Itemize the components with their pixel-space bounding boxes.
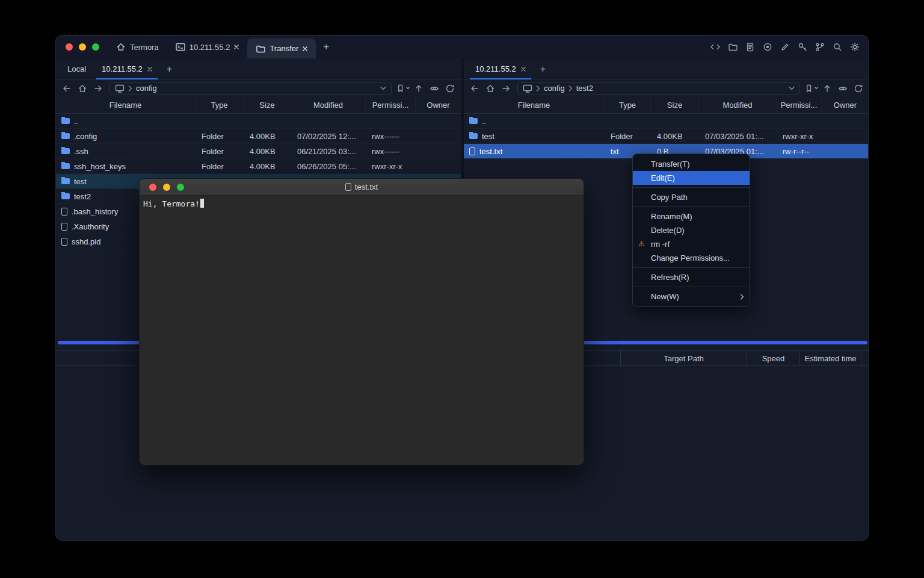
close-window-button[interactable]: [149, 184, 156, 191]
parent-directory-icon[interactable]: [820, 82, 834, 95]
tab-termora[interactable]: Termora: [108, 36, 167, 58]
refresh-icon[interactable]: [851, 82, 866, 95]
folder-icon: [61, 148, 70, 154]
new-panel-tab-button[interactable]: +: [160, 58, 179, 79]
document-icon: [345, 183, 351, 191]
path-field-left[interactable]: config: [109, 82, 392, 95]
file-permissions: rwxr-xr-x: [366, 162, 416, 171]
forward-icon[interactable]: [91, 82, 105, 95]
menu-separator: [633, 287, 750, 287]
code-icon[interactable]: [707, 40, 722, 55]
table-row[interactable]: .config Folder 4.00KB 07/02/2025 12:... …: [56, 129, 461, 144]
column-header-speed[interactable]: Speed: [747, 351, 799, 365]
report-icon[interactable]: [742, 40, 757, 55]
tab-local[interactable]: Local: [60, 58, 94, 79]
key-icon[interactable]: [795, 40, 810, 55]
close-window-button[interactable]: [66, 43, 73, 51]
tab-terminal-session[interactable]: 10.211.55.2: [167, 36, 248, 58]
menu-item-copy-path[interactable]: Copy Path: [633, 190, 750, 204]
path-segment[interactable]: test2: [576, 84, 593, 93]
menu-item-edit[interactable]: Edit(E): [633, 171, 750, 185]
column-header-owner[interactable]: Owner: [416, 97, 461, 113]
zoom-window-button[interactable]: [177, 184, 184, 191]
column-header-filename[interactable]: Filename: [56, 97, 196, 113]
file-icon: [61, 238, 67, 246]
column-header-estimated-time[interactable]: Estimated time: [799, 351, 861, 365]
column-header-size[interactable]: Size: [651, 97, 699, 113]
menu-item-new[interactable]: New(W): [633, 290, 750, 303]
folder-icon: [61, 163, 70, 169]
column-header-filename[interactable]: Filename: [464, 97, 605, 113]
minimize-window-button[interactable]: [79, 43, 86, 51]
close-tab-icon[interactable]: [234, 45, 239, 49]
column-header-modified[interactable]: Modified: [699, 97, 777, 113]
parent-directory-icon[interactable]: [411, 82, 426, 95]
menu-item-rm-rf[interactable]: ⚠ rm -rf: [633, 237, 750, 251]
column-header-permissions[interactable]: Permissi...: [366, 97, 416, 113]
edit-icon[interactable]: [777, 40, 792, 55]
column-header-type[interactable]: Type: [196, 97, 244, 113]
menu-item-rename[interactable]: Rename(M): [633, 210, 750, 223]
forward-icon[interactable]: [499, 82, 513, 95]
path-segment[interactable]: config: [544, 84, 565, 93]
path-segment[interactable]: config: [136, 84, 157, 93]
branch-icon[interactable]: [812, 40, 827, 55]
chevron-down-icon[interactable]: [380, 86, 386, 90]
close-tab-icon[interactable]: [521, 67, 526, 72]
search-icon[interactable]: [830, 40, 845, 55]
tab-transfer[interactable]: Transfer: [247, 39, 316, 58]
path-field-right[interactable]: config test2: [517, 82, 800, 95]
chevron-right-icon: [568, 85, 573, 92]
bookmark-icon[interactable]: [396, 82, 410, 95]
column-header-permissions[interactable]: Permissi...: [777, 97, 822, 113]
file-name: sshd.pid: [72, 237, 100, 246]
record-icon[interactable]: [760, 40, 775, 55]
file-modified: 06/21/2025 03:...: [291, 147, 366, 156]
chevron-down-icon[interactable]: [789, 86, 795, 90]
tab-remote-right[interactable]: 10.211.55.2: [467, 58, 534, 79]
column-header-owner[interactable]: Owner: [822, 97, 869, 113]
new-panel-tab-button[interactable]: +: [534, 58, 552, 79]
menu-item-delete[interactable]: Delete(D): [633, 223, 750, 237]
column-header-modified[interactable]: Modified: [291, 97, 366, 113]
zoom-window-button[interactable]: [92, 43, 99, 51]
home-icon[interactable]: [75, 82, 90, 95]
file-modified: 07/02/2025 12:...: [291, 132, 366, 141]
titlebar-toolbar: [707, 36, 862, 58]
new-tab-button[interactable]: +: [316, 36, 336, 58]
column-header-target-path[interactable]: Target Path: [620, 351, 747, 365]
menu-item-transfer[interactable]: Transfer(T): [633, 157, 750, 171]
editor-titlebar[interactable]: test.txt: [140, 179, 584, 196]
minimize-window-button[interactable]: [163, 184, 170, 191]
file-name: .Xauthority: [72, 222, 109, 231]
back-icon[interactable]: [60, 82, 74, 95]
file-size: 4.00KB: [651, 132, 699, 141]
table-row[interactable]: .ssh Folder 4.00KB 06/21/2025 03:... rwx…: [56, 144, 461, 159]
menu-item-change-permissions[interactable]: Change Permissions...: [633, 251, 750, 265]
close-tab-icon[interactable]: [147, 67, 152, 72]
refresh-icon[interactable]: [443, 82, 457, 95]
file-size: 4.00KB: [244, 132, 291, 141]
table-row[interactable]: ..: [464, 114, 869, 129]
settings-gear-icon[interactable]: [847, 40, 862, 55]
file-type: Folder: [196, 132, 244, 141]
show-hidden-eye-icon[interactable]: [427, 82, 442, 95]
menu-item-refresh[interactable]: Refresh(R): [633, 270, 750, 284]
editor-content[interactable]: Hi, Termora!: [140, 196, 584, 211]
tab-label: Transfer: [270, 44, 298, 53]
show-hidden-eye-icon[interactable]: [836, 82, 850, 95]
back-icon[interactable]: [467, 82, 482, 95]
table-row[interactable]: ..: [56, 114, 461, 129]
home-icon[interactable]: [483, 82, 497, 95]
table-row[interactable]: ssh_host_keys Folder 4.00KB 06/26/2025 0…: [56, 159, 461, 174]
folder-icon: [61, 178, 70, 184]
bookmark-icon[interactable]: [804, 82, 819, 95]
table-row[interactable]: test Folder 4.00KB 07/03/2025 01:... rwx…: [464, 129, 869, 144]
close-tab-icon[interactable]: [303, 46, 307, 51]
file-name: .bash_history: [72, 207, 118, 216]
tab-remote-left[interactable]: 10.211.55.2: [94, 58, 160, 79]
column-header-type[interactable]: Type: [605, 97, 651, 113]
file-permissions: rw-r--r--: [777, 147, 822, 156]
folder-icon[interactable]: [725, 40, 740, 55]
column-header-size[interactable]: Size: [244, 97, 291, 113]
